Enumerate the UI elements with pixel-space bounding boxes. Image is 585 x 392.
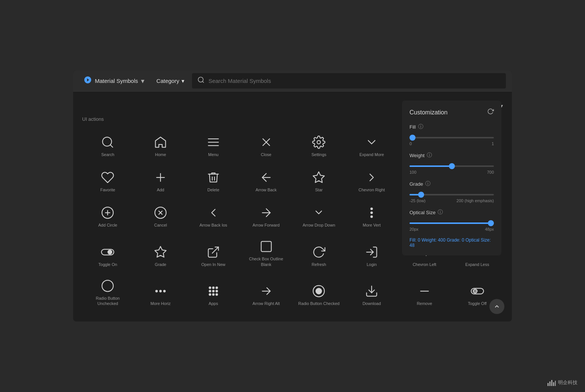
icon-label: Menu [208,152,219,157]
category-button[interactable]: Category ▾ [152,75,189,87]
icon-cell-delete[interactable]: Delete [188,163,239,197]
svg-marker-29 [155,246,166,257]
grade-info-icon[interactable]: ⓘ [425,180,430,187]
search-input[interactable] [208,78,501,84]
fill-info-icon[interactable]: ⓘ [418,123,423,130]
reset-button[interactable] [487,108,494,117]
icon-label: Expand Less [465,262,489,267]
icon-cell-radio_button_checked[interactable]: Radio Button Checked [293,273,345,311]
delete-icon [207,171,220,184]
icon-cell-chevron_right[interactable]: Chevron Right [346,163,398,197]
download-icon [365,284,378,298]
svg-point-38 [213,287,214,289]
svg-marker-14 [313,172,324,183]
refresh-icon [312,245,326,259]
svg-point-41 [213,290,214,292]
main-area: Sort by: Most popular ▾ UI actions Searc… [73,92,512,321]
svg-point-44 [213,294,214,296]
scroll-to-top-button[interactable] [489,299,504,314]
svg-rect-56 [553,382,554,386]
icon-label: Grade [155,262,166,267]
menu-icon [207,135,220,149]
icon-cell-arrow_back[interactable]: Arrow Back [240,163,292,197]
icon-cell-remove[interactable]: Remove [399,273,450,311]
icon-cell-arrow_back_ios[interactable]: Arrow Back Ios [188,198,239,232]
icon-cell-favorite[interactable]: Favorite [82,163,134,197]
icon-label: Arrow Back [256,187,277,192]
app-wrapper: Material Symbols ▾ Category ▾ Sort by: M… [73,71,512,321]
svg-point-24 [371,212,373,214]
icon-label: More Horiz [150,301,171,306]
icon-label: Open In New [201,262,225,267]
icon-label: Delete [207,187,219,192]
icon-cell-radio_button_unchecked[interactable]: Radio Button Unchecked [82,273,134,311]
icon-cell-arrow_forward[interactable]: Arrow Forward [240,198,292,232]
category-label: Category [156,78,179,84]
home-icon [154,135,167,149]
toggle_off-icon [471,284,484,298]
icon-cell-home[interactable]: Home [135,128,186,162]
grade-label: Grade [410,181,423,187]
icon-cell-arrow_drop_down[interactable]: Arrow Drop Down [293,198,345,232]
svg-point-45 [216,294,218,296]
fill-label: Fill [410,124,416,130]
icon-cell-add_circle[interactable]: Add Circle [82,198,134,232]
icon-cell-open_in_new[interactable]: Open In New [188,234,239,272]
customization-panel: Customization Fill ⓘ 0 1 [402,101,501,255]
weight-info-icon[interactable]: ⓘ [427,152,432,159]
grade-max: 200 (high emphasis) [456,198,494,203]
optical-info-icon[interactable]: ⓘ [438,209,443,216]
search-icon [197,76,205,86]
star-icon [312,171,326,184]
icon-cell-download[interactable]: Download [346,273,398,311]
fill-slider[interactable] [410,137,494,138]
icon-label: Radio Button Unchecked [85,296,130,306]
svg-line-30 [212,247,219,253]
icon-cell-login[interactable]: Login [346,234,398,272]
icon-label: Refresh [312,262,326,267]
svg-rect-53 [548,383,549,386]
icon-cell-settings[interactable]: Settings [293,128,345,162]
optical-slider[interactable] [410,222,494,224]
icon-label: Add [157,187,164,192]
grade-slider[interactable] [410,194,494,195]
icon-cell-search[interactable]: Search [82,128,134,162]
customization-summary: Fill: 0 Weight: 400 Grade: 0 Optical Siz… [410,237,494,248]
icon-label: Radio Button Checked [298,301,339,306]
icon-label: Login [367,262,377,267]
icon-cell-apps[interactable]: Apps [188,273,239,311]
customization-header: Customization [410,108,494,117]
icon-cell-add[interactable]: Add [135,163,186,197]
svg-point-48 [316,288,322,294]
icon-label: Search [101,152,114,157]
grade-icon [154,245,167,259]
icon-cell-check_box_outline_blank[interactable]: Check Box Outline Blank [240,234,292,272]
icon-cell-grade[interactable]: Grade [135,234,186,272]
arrow_back-icon [260,171,273,184]
icon-cell-arrow_right_alt[interactable]: Arrow Right Alt [240,273,292,311]
fill-row: Fill ⓘ 0 1 [410,123,494,146]
icon-label: Apps [208,301,218,306]
icon-label: Arrow Drop Down [303,222,335,228]
svg-point-23 [371,208,373,210]
svg-point-0 [198,77,203,82]
more_vert-icon [365,206,378,219]
icon-cell-star[interactable]: Star [293,163,345,197]
icon-cell-toggle_on[interactable]: Toggle On [82,234,134,272]
svg-point-52 [473,289,477,293]
icon-cell-more_vert[interactable]: More Vert [346,198,398,232]
cancel-icon [154,206,167,219]
icon-cell-refresh[interactable]: Refresh [293,234,345,272]
icon-label: Chevron Left [412,262,436,267]
weight-slider[interactable] [410,165,494,167]
brand-button[interactable]: Material Symbols ▾ [79,73,149,89]
svg-point-42 [216,290,218,292]
icon-cell-expand_more[interactable]: Expand More [346,128,398,162]
svg-point-9 [317,141,321,144]
icon-cell-cancel[interactable]: Cancel [135,198,186,232]
icon-cell-more_horiz[interactable]: More Horiz [135,273,186,311]
icon-cell-menu[interactable]: Menu [188,128,239,162]
svg-rect-55 [551,380,552,386]
icon-cell-close[interactable]: Close [240,128,292,162]
optical-label: Optical Size [410,210,435,215]
